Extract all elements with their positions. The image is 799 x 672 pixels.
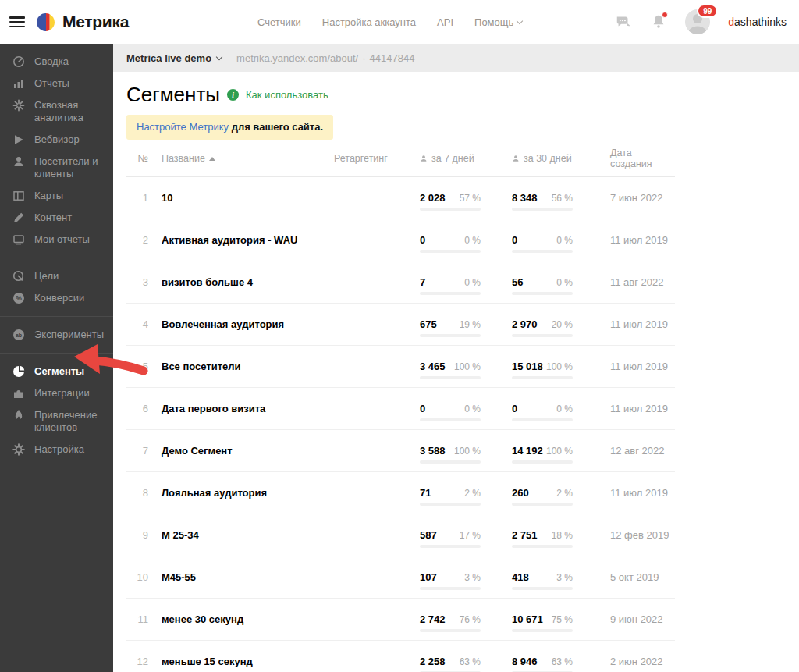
metric-30days: 8 94663 % [512,656,573,672]
created-date: 2 июн 2022 [610,656,675,667]
sidebar-item-goals[interactable]: Цели [0,265,113,287]
sidebar-item-settings[interactable]: Настройка [0,439,113,460]
metric-7days: 67519 % [420,318,481,337]
table-row[interactable]: 2 Активная аудитория - WAU 00 % 00 % 11 … [126,219,675,261]
progress-bar [420,334,481,337]
metric-30days: 00 % [512,234,573,253]
sidebar-item-reports[interactable]: Отчеты [0,73,113,94]
metric-7days: 70 % [420,276,481,295]
progress-bar [512,418,573,421]
segment-name-link[interactable]: 10 [148,192,334,204]
row-number: 6 [126,403,148,414]
sidebar-item-content[interactable]: Контент [0,207,113,229]
user-menu[interactable]: 99 [685,9,710,34]
table-row[interactable]: 6 Дата первого визита 00 % 00 % 11 июл 2… [126,388,675,430]
segment-name-link[interactable]: М45-55 [148,571,334,583]
segment-name-link[interactable]: менее 30 секунд [148,613,334,625]
metric-30days: 00 % [512,403,573,421]
user-icon [12,155,25,168]
row-number: 2 [126,234,148,246]
segment-name-link[interactable]: Активная аудитория - WAU [148,234,334,246]
sidebar-item-integrations[interactable]: Интеграции [0,382,113,404]
col-retargeting[interactable]: Ретаргетинг [334,153,420,164]
how-to-use-link[interactable]: Как использовать [246,89,328,101]
gauge-icon [12,55,25,68]
sidebar-item-segments[interactable]: Сегменты [0,361,113,382]
sidebar-item-experiments[interactable]: ab Эксперименты [0,324,113,346]
progress-bar [420,418,481,421]
row-number: 10 [126,571,148,583]
segment-name-link[interactable]: Лояльная аудитория [148,487,334,499]
username[interactable]: dashathinks [728,16,787,28]
metric-30days: 8 34856 % [512,192,573,211]
table-row[interactable]: 10 М45-55 1073 % 4183 % 5 окт 2019 [126,556,675,599]
table-row[interactable]: 12 меньше 15 секунд 2 25863 % 8 94663 % … [126,641,675,672]
sidebar-item-maps[interactable]: Карты [0,185,113,207]
segment-name-link[interactable]: Все посетители [148,361,334,372]
created-date: 5 окт 2019 [610,571,675,583]
segment-name-link[interactable]: Вовлеченная аудитория [148,318,334,330]
chat-icon[interactable] [615,13,632,30]
progress-bar [420,503,481,506]
counter-url: metrika.yandex.com/about/ [236,52,358,64]
col-7days[interactable]: за 7 дней [420,153,512,164]
sidebar-item-my-reports[interactable]: Мои отчеты [0,229,113,251]
col-30days[interactable]: за 30 дней [512,153,610,164]
progress-bar [512,292,573,295]
sidebar-item-webvisor[interactable]: Вебвизор [0,129,113,151]
progress-bar [420,292,481,295]
table-row[interactable]: 11 менее 30 секунд 2 74276 % 10 67175 % … [126,599,675,641]
progress-bar [512,334,573,337]
top-nav: Счетчики Настройка аккаунта API Помощь [257,16,522,28]
metric-7days: 58717 % [420,529,481,548]
metrica-logo-icon[interactable] [36,12,55,32]
row-number: 4 [126,318,148,330]
progress-bar [420,376,481,379]
layout-icon [12,190,25,202]
sidebar-item-acquisition[interactable]: Привлечение клиентов [0,404,113,439]
progress-bar [420,545,481,548]
sidebar-item-visitors[interactable]: Посетители и клиенты [0,151,113,185]
goal-icon [12,270,25,283]
chevron-down-icon [216,53,222,59]
table-row[interactable]: 1 10 2 02857 % 8 34856 % 7 июн 2022 [126,177,675,219]
nav-api[interactable]: API [437,16,453,28]
created-date: 12 фев 2019 [610,529,675,541]
setup-metrica-link[interactable]: Настройте Метрику [137,121,229,133]
sidebar-item-conversions[interactable]: % Конверсии [0,287,113,309]
app-title[interactable]: Метрика [62,12,129,31]
metric-30days: 2 75118 % [512,529,573,548]
segment-name-link[interactable]: М 25-34 [148,529,334,541]
metric-30days: 10 67175 % [512,613,573,632]
ab-icon: ab [12,329,25,341]
metric-30days: 2602 % [512,487,573,506]
progress-bar [420,629,481,632]
table-row[interactable]: 7 Демо Сегмент 3 588100 % 14 192100 % 12… [126,430,675,472]
nav-counters[interactable]: Счетчики [257,16,301,28]
sidebar-item-summary[interactable]: Сводка [0,51,113,73]
progress-bar [420,208,481,211]
segment-name-link[interactable]: визитов больше 4 [148,276,334,288]
col-name[interactable]: Название [148,153,334,164]
created-date: 11 июл 2019 [610,403,675,414]
chevron-down-icon [517,17,523,23]
table-row[interactable]: 5 Все посетители 3 465100 % 15 018100 % … [126,346,675,388]
table-row[interactable]: 8 Лояльная аудитория 712 % 2602 % 11 июл… [126,472,675,514]
row-number: 11 [126,613,148,625]
nav-help[interactable]: Помощь [474,16,522,28]
segment-name-link[interactable]: Демо Сегмент [148,445,334,457]
table-row[interactable]: 4 Вовлеченная аудитория 67519 % 2 97020 … [126,304,675,346]
created-date: 11 июл 2019 [610,361,675,372]
segment-name-link[interactable]: меньше 15 секунд [148,656,334,667]
sidebar-item-cross-analytics[interactable]: Сквозная аналитика [0,94,113,129]
col-created[interactable]: Дата создания [610,148,675,169]
table-row[interactable]: 9 М 25-34 58717 % 2 75118 % 12 фев 2019 [126,514,675,556]
counter-selector[interactable]: Metrica live demo [126,52,222,64]
menu-icon[interactable] [9,16,25,27]
breadcrumb: Metrica live demo metrika.yandex.com/abo… [113,44,799,72]
notifications-bell[interactable] [650,13,667,30]
segment-name-link[interactable]: Дата первого визита [148,403,334,414]
header-actions: 99 dashathinks [615,9,799,34]
table-row[interactable]: 3 визитов больше 4 70 % 560 % 11 авг 202… [126,261,675,304]
nav-account-settings[interactable]: Настройка аккаунта [322,16,416,28]
